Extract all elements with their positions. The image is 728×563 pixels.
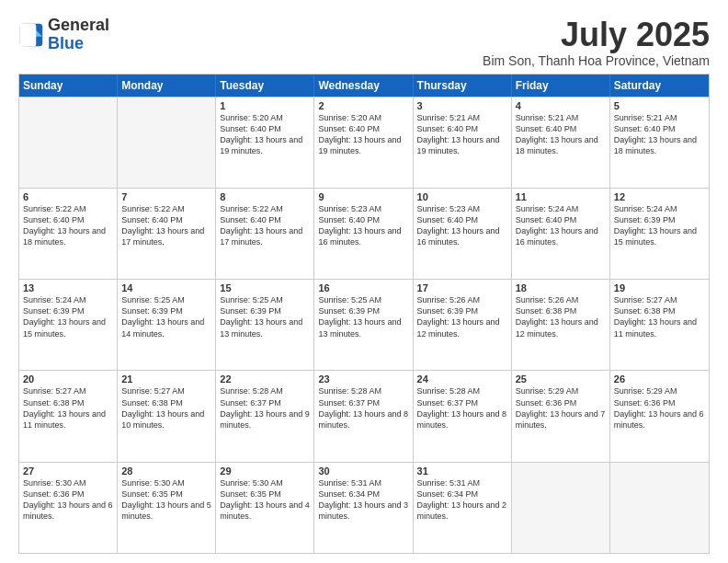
calendar-empty-cell — [118, 98, 216, 188]
day-info: Sunrise: 5:25 AM Sunset: 6:39 PM Dayligh… — [318, 295, 401, 338]
day-info: Sunrise: 5:24 AM Sunset: 6:39 PM Dayligh… — [614, 204, 697, 247]
day-number: 31 — [417, 465, 507, 477]
day-number: 23 — [318, 373, 408, 385]
calendar-page: General Blue July 2025 Bim Son, Thanh Ho… — [0, 0, 728, 563]
day-number: 3 — [417, 100, 507, 111]
day-info: Sunrise: 5:22 AM Sunset: 6:40 PM Dayligh… — [220, 204, 302, 247]
day-number: 17 — [417, 282, 507, 293]
day-number: 4 — [516, 100, 606, 111]
day-number: 28 — [121, 465, 211, 477]
calendar-week-4: 20Sunrise: 5:27 AM Sunset: 6:38 PM Dayli… — [19, 370, 709, 461]
day-info: Sunrise: 5:30 AM Sunset: 6:36 PM Dayligh… — [23, 478, 113, 521]
calendar-day-5: 5Sunrise: 5:21 AM Sunset: 6:40 PM Daylig… — [610, 98, 709, 188]
calendar-day-9: 9Sunrise: 5:23 AM Sunset: 6:40 PM Daylig… — [314, 189, 413, 279]
day-info: Sunrise: 5:28 AM Sunset: 6:37 PM Dayligh… — [417, 386, 507, 429]
day-number: 30 — [318, 465, 408, 477]
logo: General Blue — [18, 17, 109, 53]
day-info: Sunrise: 5:22 AM Sunset: 6:40 PM Dayligh… — [121, 204, 204, 247]
day-info: Sunrise: 5:31 AM Sunset: 6:34 PM Dayligh… — [417, 478, 507, 521]
calendar-day-4: 4Sunrise: 5:21 AM Sunset: 6:40 PM Daylig… — [512, 98, 610, 188]
day-info: Sunrise: 5:27 AM Sunset: 6:38 PM Dayligh… — [614, 295, 697, 338]
day-number: 19 — [614, 282, 705, 293]
day-info: Sunrise: 5:27 AM Sunset: 6:38 PM Dayligh… — [121, 386, 204, 429]
header-day-monday: Monday — [118, 75, 216, 97]
day-number: 2 — [318, 100, 408, 111]
day-number: 11 — [516, 191, 606, 202]
calendar-day-29: 29Sunrise: 5:30 AM Sunset: 6:35 PM Dayli… — [216, 463, 314, 553]
calendar-day-13: 13Sunrise: 5:24 AM Sunset: 6:39 PM Dayli… — [19, 280, 118, 370]
calendar-day-30: 30Sunrise: 5:31 AM Sunset: 6:34 PM Dayli… — [314, 463, 413, 553]
day-number: 26 — [614, 373, 705, 385]
day-number: 5 — [614, 100, 705, 111]
calendar-day-21: 21Sunrise: 5:27 AM Sunset: 6:38 PM Dayli… — [118, 371, 216, 461]
calendar-week-2: 6Sunrise: 5:22 AM Sunset: 6:40 PM Daylig… — [19, 188, 709, 279]
header-day-friday: Friday — [512, 75, 610, 97]
calendar-day-24: 24Sunrise: 5:28 AM Sunset: 6:37 PM Dayli… — [414, 371, 512, 461]
day-info: Sunrise: 5:28 AM Sunset: 6:37 PM Dayligh… — [220, 386, 310, 429]
day-number: 9 — [318, 191, 408, 202]
calendar-week-5: 27Sunrise: 5:30 AM Sunset: 6:36 PM Dayli… — [19, 462, 709, 553]
calendar-day-12: 12Sunrise: 5:24 AM Sunset: 6:39 PM Dayli… — [610, 189, 709, 279]
day-info: Sunrise: 5:27 AM Sunset: 6:38 PM Dayligh… — [23, 386, 106, 429]
day-info: Sunrise: 5:31 AM Sunset: 6:34 PM Dayligh… — [318, 478, 408, 521]
day-number: 25 — [516, 373, 606, 385]
day-number: 16 — [318, 282, 408, 293]
day-number: 18 — [516, 282, 606, 293]
calendar-day-20: 20Sunrise: 5:27 AM Sunset: 6:38 PM Dayli… — [19, 371, 118, 461]
day-info: Sunrise: 5:30 AM Sunset: 6:35 PM Dayligh… — [121, 478, 211, 521]
day-number: 7 — [121, 191, 211, 202]
day-info: Sunrise: 5:29 AM Sunset: 6:36 PM Dayligh… — [614, 386, 704, 429]
calendar-day-27: 27Sunrise: 5:30 AM Sunset: 6:36 PM Dayli… — [19, 463, 118, 553]
day-info: Sunrise: 5:29 AM Sunset: 6:36 PM Dayligh… — [516, 386, 606, 429]
day-number: 27 — [23, 465, 113, 477]
calendar-day-7: 7Sunrise: 5:22 AM Sunset: 6:40 PM Daylig… — [118, 189, 216, 279]
header-day-thursday: Thursday — [414, 75, 512, 97]
calendar: SundayMondayTuesdayWednesdayThursdayFrid… — [18, 74, 710, 554]
calendar-empty-cell — [512, 463, 610, 553]
logo-general: General — [48, 17, 109, 35]
day-number: 21 — [121, 373, 211, 385]
calendar-day-3: 3Sunrise: 5:21 AM Sunset: 6:40 PM Daylig… — [414, 98, 512, 188]
logo-icon — [18, 22, 44, 48]
day-number: 1 — [220, 100, 310, 111]
header-day-wednesday: Wednesday — [314, 75, 413, 97]
svg-rect-2 — [20, 24, 37, 47]
month-title: July 2025 — [483, 17, 710, 53]
calendar-day-11: 11Sunrise: 5:24 AM Sunset: 6:40 PM Dayli… — [512, 189, 610, 279]
day-number: 6 — [23, 191, 113, 202]
calendar-day-10: 10Sunrise: 5:23 AM Sunset: 6:40 PM Dayli… — [414, 189, 512, 279]
day-info: Sunrise: 5:24 AM Sunset: 6:39 PM Dayligh… — [23, 295, 106, 338]
header-day-saturday: Saturday — [610, 75, 709, 97]
calendar-day-25: 25Sunrise: 5:29 AM Sunset: 6:36 PM Dayli… — [512, 371, 610, 461]
day-number: 20 — [23, 373, 113, 385]
calendar-week-3: 13Sunrise: 5:24 AM Sunset: 6:39 PM Dayli… — [19, 279, 709, 370]
day-number: 24 — [417, 373, 507, 385]
calendar-day-31: 31Sunrise: 5:31 AM Sunset: 6:34 PM Dayli… — [414, 463, 512, 553]
day-number: 15 — [220, 282, 310, 293]
day-info: Sunrise: 5:26 AM Sunset: 6:39 PM Dayligh… — [417, 295, 500, 338]
day-number: 8 — [220, 191, 310, 202]
calendar-day-16: 16Sunrise: 5:25 AM Sunset: 6:39 PM Dayli… — [314, 280, 413, 370]
calendar-empty-cell — [610, 463, 709, 553]
calendar-day-6: 6Sunrise: 5:22 AM Sunset: 6:40 PM Daylig… — [19, 189, 118, 279]
day-info: Sunrise: 5:25 AM Sunset: 6:39 PM Dayligh… — [121, 295, 204, 338]
day-info: Sunrise: 5:23 AM Sunset: 6:40 PM Dayligh… — [417, 204, 500, 247]
calendar-day-14: 14Sunrise: 5:25 AM Sunset: 6:39 PM Dayli… — [118, 280, 216, 370]
calendar-day-18: 18Sunrise: 5:26 AM Sunset: 6:38 PM Dayli… — [512, 280, 610, 370]
day-info: Sunrise: 5:26 AM Sunset: 6:38 PM Dayligh… — [516, 295, 598, 338]
page-header: General Blue July 2025 Bim Son, Thanh Ho… — [18, 17, 710, 68]
calendar-day-23: 23Sunrise: 5:28 AM Sunset: 6:37 PM Dayli… — [314, 371, 413, 461]
day-info: Sunrise: 5:21 AM Sunset: 6:40 PM Dayligh… — [614, 113, 697, 155]
day-info: Sunrise: 5:23 AM Sunset: 6:40 PM Dayligh… — [318, 204, 401, 247]
day-info: Sunrise: 5:28 AM Sunset: 6:37 PM Dayligh… — [318, 386, 408, 429]
day-info: Sunrise: 5:24 AM Sunset: 6:40 PM Dayligh… — [516, 204, 598, 247]
location-subtitle: Bim Son, Thanh Hoa Province, Vietnam — [483, 53, 710, 68]
header-day-sunday: Sunday — [19, 75, 118, 97]
calendar-day-28: 28Sunrise: 5:30 AM Sunset: 6:35 PM Dayli… — [118, 463, 216, 553]
day-info: Sunrise: 5:25 AM Sunset: 6:39 PM Dayligh… — [220, 295, 302, 338]
calendar-day-2: 2Sunrise: 5:20 AM Sunset: 6:40 PM Daylig… — [314, 98, 413, 188]
calendar-day-17: 17Sunrise: 5:26 AM Sunset: 6:39 PM Dayli… — [414, 280, 512, 370]
calendar-header: SundayMondayTuesdayWednesdayThursdayFrid… — [19, 75, 709, 97]
day-info: Sunrise: 5:20 AM Sunset: 6:40 PM Dayligh… — [220, 113, 302, 155]
day-number: 22 — [220, 373, 310, 385]
